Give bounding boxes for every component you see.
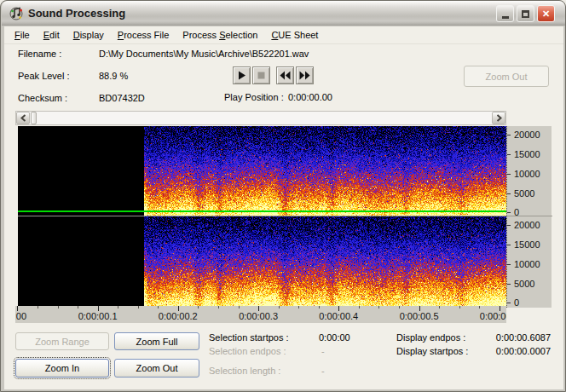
selection-startpos-label: Selection startpos : [209, 332, 289, 343]
time-tick-minor [279, 306, 280, 308]
scroll-left-button[interactable] [16, 112, 30, 124]
selection-startpos-value: 0:00:00 [319, 332, 350, 343]
maximize-icon [522, 10, 529, 18]
checksum-label: Checksum : [18, 93, 67, 103]
play-button[interactable] [233, 66, 251, 84]
scrollbar-thumb[interactable] [31, 112, 37, 124]
play-icon [238, 71, 246, 80]
freq-tick-label: 10000 [514, 259, 540, 269]
time-tick-minor [118, 306, 118, 308]
time-tick-minor [198, 306, 199, 308]
menu-item-edit[interactable]: Edit [37, 28, 66, 42]
menu-item-cue-sheet[interactable]: CUE Sheet [264, 28, 325, 42]
menu-bar: FileEditDisplayProcess FileProcess Selec… [4, 26, 563, 44]
zoom-range-button[interactable]: Zoom Range [15, 332, 109, 350]
freq-tick-label: 10000 [514, 169, 540, 179]
rewind-button[interactable] [276, 66, 294, 84]
display-startpos-label: Display startpos : [396, 346, 468, 356]
play-position-label: Play Position : [224, 92, 284, 102]
time-tick-label: 0:00:00.2 [159, 311, 198, 321]
time-tick-minor [218, 306, 219, 308]
freq-tick [507, 212, 511, 213]
freq-tick-label: 15000 [514, 149, 540, 159]
app-window: Sound Processing ✕ FileEditDisplayProces… [0, 0, 566, 392]
time-tick-minor [298, 306, 299, 308]
minimize-button[interactable] [496, 5, 514, 22]
maximize-button[interactable] [517, 5, 534, 22]
freq-tick [507, 135, 511, 135]
selection-endpos-label: Selection endpos : [209, 346, 286, 356]
time-tick-minor [459, 306, 460, 308]
filename-value: D:\My Documents\My Music\Archive\B522201… [99, 49, 309, 59]
scroll-right-icon [496, 114, 502, 122]
time-tick-label: 0:00:00.6 [480, 311, 506, 321]
window-title: Sound Processing [28, 7, 125, 20]
title-bar[interactable]: Sound Processing ✕ [2, 1, 565, 26]
close-button[interactable]: ✕ [537, 5, 555, 22]
horizontal-scrollbar[interactable] [15, 111, 506, 125]
freq-tick [507, 193, 511, 194]
display-endpos-label: Display endpos : [396, 332, 465, 343]
time-tick-minor [439, 306, 440, 308]
minimize-icon [502, 16, 509, 19]
time-tick-minor [359, 306, 360, 308]
zoom-out-top-button[interactable]: Zoom Out [464, 66, 549, 87]
menu-item-process-file[interactable]: Process File [111, 28, 176, 42]
rewind-icon [280, 71, 291, 80]
freq-tick [507, 284, 511, 285]
time-tick-minor [158, 306, 159, 308]
time-tick-minor [378, 306, 379, 308]
freq-tick [507, 154, 511, 155]
display-endpos-value: 0:00:00.6087 [478, 332, 551, 343]
time-tick-label: 0:00:00.3 [239, 311, 278, 321]
play-position-value: 0:00:00.00 [288, 92, 332, 102]
channel-separator [507, 216, 552, 216]
selection-length-label: Selection length : [209, 366, 280, 376]
close-icon: ✕ [542, 9, 550, 19]
menu-item-display[interactable]: Display [66, 28, 111, 42]
freq-tick-label: 20000 [514, 130, 540, 140]
menu-item-file[interactable]: File [8, 28, 37, 42]
peak-level-label: Peak Level : [18, 71, 70, 81]
time-tick-minor [239, 306, 240, 308]
freq-tick-label: 15000 [514, 239, 540, 250]
fast-forward-button[interactable] [296, 66, 314, 84]
freq-tick-label: 20000 [514, 220, 540, 230]
checksum-value: BD07432D [99, 93, 145, 103]
time-tick-minor [78, 306, 78, 308]
time-tick-minor [479, 306, 480, 308]
peak-level-value: 88.9 % [99, 71, 128, 81]
time-tick-minor [38, 306, 38, 308]
time-tick-minor [138, 306, 139, 308]
selection-length-value: - [321, 366, 325, 376]
freq-tick [507, 225, 511, 226]
scroll-left-icon [20, 114, 26, 122]
freq-tick [507, 264, 511, 265]
filename-label: Filename : [18, 49, 61, 59]
zoom-out-button[interactable]: Zoom Out [114, 359, 199, 378]
app-icon [9, 6, 24, 20]
time-tick-minor [58, 306, 59, 308]
time-tick-minor [319, 306, 320, 308]
frequency-axis: 2000015000100005000020000150001000050000 [506, 126, 552, 308]
time-axis: 0:000:00:00.10:00:00.20:00:00.30:00:00.4… [15, 306, 506, 323]
time-tick-minor [399, 306, 400, 308]
time-tick-label: 0:00:00.5 [400, 311, 439, 321]
freq-tick-label: 5000 [514, 279, 534, 289]
selection-endpos-value: - [321, 346, 325, 356]
scroll-right-button[interactable] [492, 112, 505, 124]
freq-tick [507, 245, 511, 245]
freq-tick [507, 303, 511, 303]
stop-button[interactable] [252, 66, 270, 84]
time-tick-label: 0:00:00.4 [319, 311, 358, 321]
zoom-in-button[interactable]: Zoom In [15, 359, 109, 378]
time-tick-label: 0:00 [15, 311, 26, 321]
spectrogram-display[interactable] [18, 126, 506, 306]
menu-item-process-selection[interactable]: Process Selection [176, 28, 264, 42]
display-startpos-value: 0:00:00.0007 [478, 346, 551, 356]
fast-forward-icon [299, 71, 310, 80]
zoom-full-button[interactable]: Zoom Full [114, 332, 199, 350]
freq-tick-label: 5000 [514, 188, 534, 199]
freq-tick [507, 174, 511, 175]
stop-icon [257, 72, 265, 79]
